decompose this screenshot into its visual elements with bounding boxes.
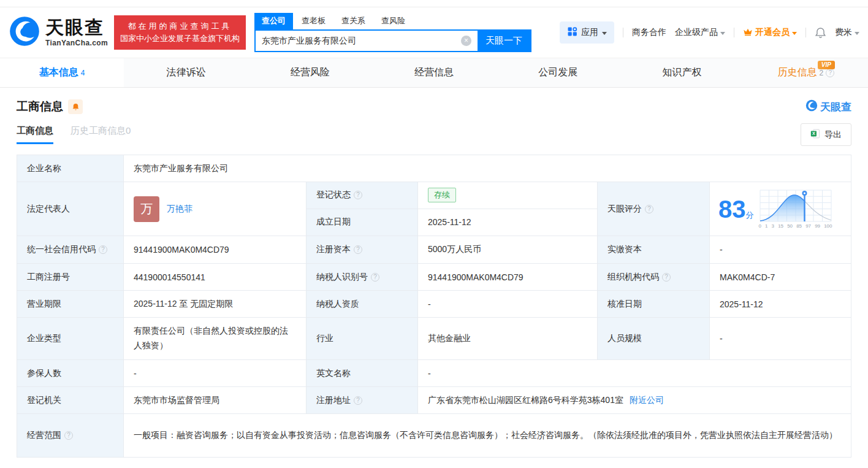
nav-divider: [623, 28, 623, 37]
watermark-text: 天眼查: [820, 100, 851, 114]
help-icon[interactable]: [662, 273, 671, 282]
chevron-down-icon: [720, 32, 725, 35]
field-value: 441900014550141: [124, 264, 306, 290]
monitor-bell-button[interactable]: [68, 99, 83, 114]
table-row-credit-code: 统一社会信用代码 91441900MAK0M4CD79 注册资本 5000万人民…: [17, 236, 851, 264]
table-row-company-name: 企业名称 东莞市产业服务有限公司: [17, 155, 851, 182]
business-info-table: 企业名称 东莞市产业服务有限公司 法定代表人 万 万艳菲 登记状态 存续 成立日…: [17, 155, 851, 458]
tab-operating-info[interactable]: 经营信息: [372, 58, 496, 87]
legal-rep-avatar[interactable]: 万: [134, 196, 159, 222]
promo-line2: 国家中小企业发展子基金旗下机构: [120, 33, 240, 45]
table-row-legal-rep: 法定代表人 万 万艳菲 登记状态 存续 成立日期 2025-11-12 天眼评分: [17, 182, 851, 236]
legal-rep-cell: 万 万艳菲: [124, 182, 306, 236]
field-value: 91441900MAK0M4CD79: [418, 264, 598, 290]
field-label-with-help: 经营范围: [17, 414, 124, 457]
field-label-with-help: 注册资本: [306, 236, 418, 263]
tianyancha-logo-icon: [9, 15, 40, 50]
field-value: 2025-11-12: [710, 291, 851, 317]
field-label-with-help: 统一社会信用代码: [17, 236, 124, 263]
table-row-business-term: 营业期限 2025-11-12 至 无固定期限 纳税人资质 - 核准日期 202…: [17, 291, 851, 318]
help-icon[interactable]: [371, 273, 379, 282]
nav-enterprise[interactable]: 企业级产品: [675, 27, 725, 38]
field-value: 2025-11-12 至 无固定期限: [124, 291, 306, 317]
legal-rep-link[interactable]: 万艳菲: [167, 204, 192, 215]
tab-label: 基本信息: [39, 66, 78, 79]
tab-label: 法律诉讼: [166, 66, 205, 79]
tab-intellectual-property[interactable]: 知识产权: [620, 58, 744, 87]
tab-label: 知识产权: [663, 66, 702, 79]
subtab-history-business-info[interactable]: 历史工商信息0: [70, 125, 131, 144]
user-menu[interactable]: 费米: [835, 27, 859, 38]
tab-label: 公司发展: [538, 66, 577, 79]
nav-cooperation[interactable]: 商务合作: [632, 27, 666, 38]
field-value: -: [710, 318, 851, 359]
nav-divider: [805, 28, 806, 37]
open-vip-button[interactable]: 开通会员: [743, 27, 797, 38]
tab-label: 历史信息: [777, 66, 817, 79]
search-input[interactable]: [256, 31, 461, 51]
nav-divider: [734, 28, 734, 37]
nav-enterprise-label: 企业级产品: [675, 27, 718, 38]
help-icon[interactable]: [99, 245, 107, 254]
field-label: 登记机关: [17, 387, 124, 413]
search-button[interactable]: 天眼一下: [478, 31, 530, 51]
tab-history-info[interactable]: VIP 历史信息 2: [744, 58, 868, 87]
field-value: 东莞市产业服务有限公司: [124, 155, 851, 182]
chevron-down-icon: [602, 32, 607, 35]
field-label: 营业期限: [17, 291, 124, 317]
nearby-companies-link[interactable]: 附近公司: [630, 395, 664, 406]
search-tab-risk[interactable]: 查风险: [374, 13, 413, 29]
brand-domain: TianYanCha.com: [45, 39, 108, 47]
field-label: 登记状态: [316, 190, 351, 201]
help-icon[interactable]: [354, 396, 362, 405]
tab-label: 经营信息: [414, 66, 454, 79]
help-icon[interactable]: [354, 245, 362, 254]
tab-operating-risk[interactable]: 经营风险: [248, 58, 372, 87]
tianyancha-logo[interactable]: 天眼查 TianYanCha.com: [9, 15, 108, 50]
score-distribution-chart: 0131550859799100: [759, 190, 832, 229]
status-date-column: 登记状态 存续 成立日期 2025-11-12: [306, 182, 598, 236]
tab-label: 经营风险: [291, 66, 330, 79]
help-icon[interactable]: [64, 431, 73, 440]
subtab-business-info[interactable]: 工商信息: [17, 125, 53, 144]
field-label: 成立日期: [306, 209, 418, 236]
field-value: -: [418, 291, 598, 317]
section-header: 工商信息 天眼查: [0, 88, 868, 115]
username: 费米: [835, 27, 852, 38]
search-tab-company[interactable]: 查公司: [254, 13, 293, 29]
excel-icon: X: [810, 129, 820, 140]
top-nav: 应用 商务合作 企业级产品 开通会员 费米: [560, 21, 859, 44]
field-label: 参保人数: [17, 360, 124, 386]
notification-bell-icon[interactable]: [815, 27, 826, 39]
search-tab-relation[interactable]: 查关系: [334, 13, 373, 29]
apps-menu-button[interactable]: 应用: [560, 21, 614, 44]
tab-count: 2: [819, 69, 823, 77]
score-cell: 83分: [710, 182, 851, 236]
export-button[interactable]: X 导出: [801, 123, 851, 146]
tab-company-development[interactable]: 公司发展: [496, 58, 620, 87]
export-label: 导出: [824, 129, 842, 140]
field-label: 纳税人识别号: [316, 272, 368, 283]
field-value: -: [710, 236, 851, 263]
table-row-company-type: 企业类型 有限责任公司（非自然人投资或控股的法人独资） 行业 其他金融业 人员规…: [17, 318, 851, 360]
tab-basic-info[interactable]: 基本信息 4: [0, 58, 124, 87]
crown-icon: [743, 28, 753, 38]
field-label: 法定代表人: [17, 182, 124, 236]
tab-legal-litigation[interactable]: 法律诉讼: [124, 58, 248, 87]
field-label: 注册地址: [316, 395, 351, 406]
help-icon[interactable]: [354, 191, 362, 199]
field-label: 行业: [306, 318, 418, 359]
table-subrow-reg-status: 登记状态 存续: [306, 182, 597, 209]
search-tab-boss[interactable]: 查老板: [294, 13, 333, 29]
field-value: 有限责任公司（非自然人投资或控股的法人独资）: [124, 318, 306, 359]
field-label-with-help: 组织机构代码: [598, 264, 710, 290]
promo-banner: 都在用的商业查询工具 国家中小企业发展子基金旗下机构: [114, 15, 246, 50]
table-row-insured-count: 参保人数 - 英文名称 -: [17, 360, 851, 387]
field-label: 英文名称: [306, 360, 418, 386]
chevron-down-icon: [855, 32, 859, 35]
help-icon[interactable]: [645, 205, 653, 213]
help-icon[interactable]: [826, 69, 834, 77]
clear-search-icon[interactable]: [461, 36, 471, 46]
apps-grid-icon: [567, 26, 577, 39]
section-title: 工商信息: [17, 99, 63, 115]
